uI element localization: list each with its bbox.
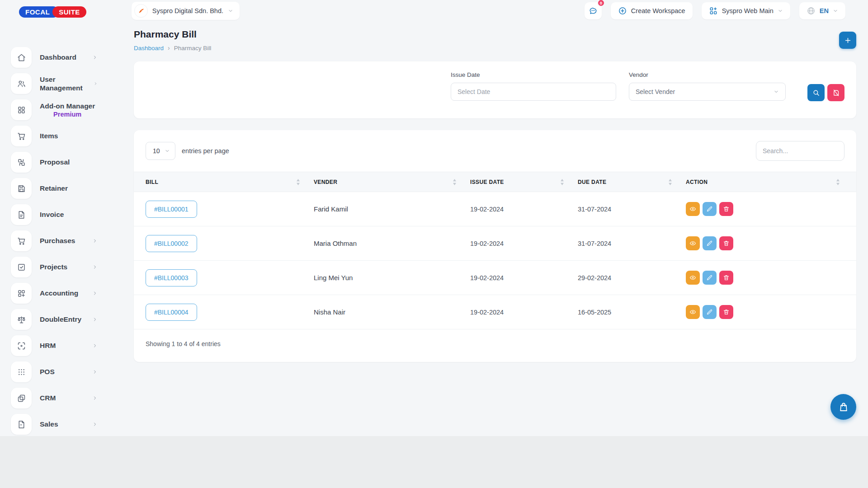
view-button[interactable] [686, 305, 700, 319]
premium-badge: Premium [40, 111, 95, 118]
pencil-icon [706, 309, 713, 315]
bills-table-panel: 10 entries per page BILL VENDER [134, 130, 856, 362]
table-summary: Showing 1 to 4 of 4 entries [134, 329, 856, 361]
plus-circle-icon [618, 6, 627, 15]
bills-table: BILL VENDER ISSUE DATE DUE DATE [134, 172, 856, 329]
workspace-name: Syspro Web Main [722, 7, 774, 14]
column-header-issue-date[interactable]: ISSUE DATE [470, 172, 578, 192]
sales-file-icon [11, 414, 32, 435]
delete-button[interactable] [719, 202, 733, 216]
chevron-right-icon [92, 395, 98, 401]
sidebar-item-dashboard[interactable]: Dashboard [11, 47, 104, 68]
filter-panel: Issue Date Vendor Select Vender [134, 61, 856, 118]
column-header-due-date[interactable]: DUE DATE [578, 172, 686, 192]
company-name: Syspro Digital Sdn. Bhd. [152, 7, 223, 14]
column-header-action[interactable]: ACTION [686, 172, 856, 192]
table-search-input[interactable] [756, 141, 844, 161]
sidebar-item-doubleentry[interactable]: DoubleEntry [11, 309, 104, 330]
language-selector[interactable]: EN [799, 2, 845, 19]
create-bill-button[interactable] [839, 32, 856, 49]
delete-button[interactable] [719, 236, 733, 250]
sort-icon [836, 179, 840, 185]
issue-date-input[interactable] [451, 83, 616, 101]
sidebar-item-crm[interactable]: CRM [11, 388, 104, 408]
shopping-bag-icon [838, 402, 849, 413]
sidebar-item-invoice[interactable]: Invoice [11, 204, 104, 225]
sidebar-item-retainer[interactable]: Retainer [11, 178, 104, 199]
view-button[interactable] [686, 236, 700, 250]
bill-number-link[interactable]: #BILL00002 [146, 235, 197, 252]
entries-per-page-select[interactable]: 10 [146, 142, 175, 160]
invoice-file-icon [11, 204, 32, 225]
pencil-icon [706, 274, 713, 281]
vendor-cell: Nisha Nair [314, 295, 470, 329]
delete-button[interactable] [719, 271, 733, 285]
due-date-cell: 16-05-2025 [578, 295, 686, 329]
edit-button[interactable] [703, 305, 717, 319]
table-header-row: BILL VENDER ISSUE DATE DUE DATE [134, 172, 856, 192]
view-button[interactable] [686, 202, 700, 216]
cart-icon [11, 126, 32, 146]
create-workspace-label: Create Workspace [631, 7, 685, 14]
trash-icon [723, 309, 730, 315]
addon-grid-icon [11, 99, 32, 120]
filter-actions [807, 71, 844, 101]
chevron-down-icon [774, 89, 779, 94]
column-header-vendor[interactable]: VENDER [314, 172, 470, 192]
edit-button[interactable] [703, 236, 717, 250]
chevron-down-icon [778, 8, 783, 14]
sidebar-item-addon-manager[interactable]: Add-on Manager Premium [11, 99, 104, 120]
trash-icon [723, 240, 730, 247]
workspace-selector[interactable]: Syspro Web Main [702, 2, 790, 19]
chevron-right-icon [92, 343, 98, 348]
shop-fab-button[interactable] [830, 394, 856, 420]
sort-icon [296, 179, 300, 185]
delete-button[interactable] [719, 305, 733, 319]
issue-date-cell: 19-02-2024 [470, 226, 578, 261]
sidebar-item-accounting[interactable]: Accounting [11, 283, 104, 304]
breadcrumb-dashboard-link[interactable]: Dashboard [134, 45, 164, 52]
view-button[interactable] [686, 271, 700, 285]
sidebar-item-proposal[interactable]: Proposal [11, 152, 104, 173]
issue-date-cell: 19-02-2024 [470, 295, 578, 329]
bill-number-link[interactable]: #BILL00001 [146, 201, 197, 218]
column-header-bill[interactable]: BILL [134, 172, 314, 192]
vendor-cell: Maria Othman [314, 226, 470, 261]
topbar-actions: 0 Create Workspace Syspro Web Main [585, 2, 845, 19]
cart-icon [11, 230, 32, 251]
messages-button[interactable]: 0 [585, 2, 602, 19]
table-row: #BILL00003 Ling Mei Yun 19-02-2024 29-02… [134, 261, 856, 295]
edit-button[interactable] [703, 202, 717, 216]
sidebar-item-hrm[interactable]: HRM [11, 335, 104, 356]
bill-number-link[interactable]: #BILL00003 [146, 269, 197, 286]
row-actions [686, 236, 856, 250]
sidebar-item-purchases[interactable]: Purchases [11, 230, 104, 251]
apply-filter-button[interactable] [807, 84, 825, 101]
sidebar-item-items[interactable]: Items [11, 126, 104, 146]
company-logo-icon [134, 4, 148, 18]
sidebar-item-label: Add-on Manager [40, 102, 95, 110]
sidebar-item-user-management[interactable]: User Management [11, 73, 104, 94]
vendor-select[interactable]: Select Vender [629, 83, 786, 101]
sidebar-item-pos[interactable]: POS [11, 361, 104, 382]
company-selector[interactable]: Syspro Digital Sdn. Bhd. [132, 2, 240, 20]
create-workspace-button[interactable]: Create Workspace [611, 2, 693, 19]
edit-button[interactable] [703, 271, 717, 285]
eye-icon [689, 274, 696, 281]
grid-plus-icon [11, 283, 32, 304]
scales-icon [11, 309, 32, 330]
chevron-right-icon [92, 369, 98, 375]
workspace-grid-icon [709, 6, 718, 15]
bill-number-link[interactable]: #BILL00004 [146, 304, 197, 321]
vendor-filter: Vendor Select Vender [629, 71, 786, 101]
vendor-cell: Ling Mei Yun [314, 261, 470, 295]
due-date-cell: 31-07-2024 [578, 192, 686, 226]
sidebar-item-sales[interactable]: Sales [11, 414, 104, 435]
reset-filter-button[interactable] [827, 84, 844, 101]
scan-target-icon [11, 335, 32, 356]
sidebar-item-projects[interactable]: Projects [11, 257, 104, 277]
table-controls: 10 entries per page [134, 130, 856, 172]
due-date-cell: 31-07-2024 [578, 226, 686, 261]
row-actions [686, 202, 856, 216]
chevron-right-icon [94, 81, 98, 86]
